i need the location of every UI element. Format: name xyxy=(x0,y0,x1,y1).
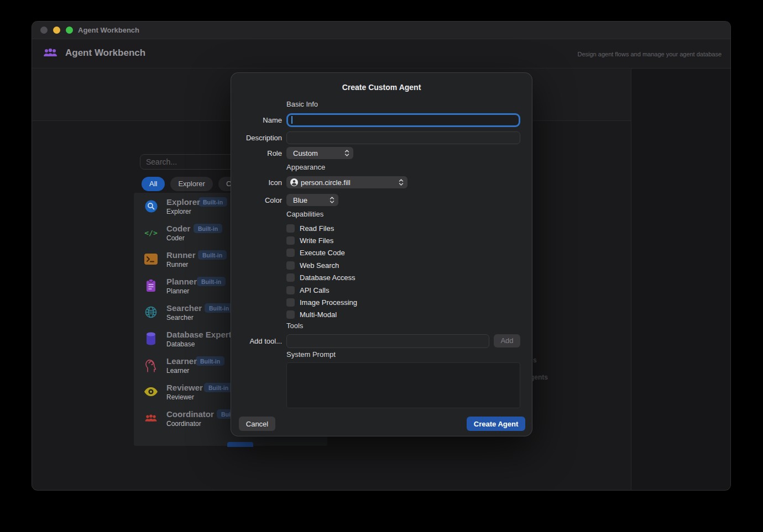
capability-row: Database Access xyxy=(286,272,357,284)
checkbox-execute-code[interactable] xyxy=(286,249,295,257)
app-header: Agent Workbench Design agent flows and m… xyxy=(32,39,730,69)
built-in-badge: Built-in xyxy=(205,303,233,313)
add-tool-input[interactable] xyxy=(286,334,489,348)
description-label: Description xyxy=(231,134,282,142)
people-group-icon xyxy=(144,411,158,425)
section-tools: Tools xyxy=(286,322,303,330)
code-brackets-icon: </> xyxy=(144,225,158,240)
checkbox-image-processing[interactable] xyxy=(286,298,295,307)
built-in-badge: Built-in xyxy=(194,224,222,233)
agent-subtitle: Runner xyxy=(166,261,188,268)
system-prompt-textarea[interactable] xyxy=(286,362,520,408)
name-label: Name xyxy=(231,116,282,124)
section-system-prompt: System Prompt xyxy=(286,350,336,359)
chevron-up-down-icon xyxy=(399,178,404,186)
head-profile-icon xyxy=(144,358,158,372)
titlebar: Agent Workbench xyxy=(32,22,730,39)
app-subtitle: Design agent flows and manage your agent… xyxy=(577,51,722,57)
create-agent-button-sliver[interactable] xyxy=(227,442,253,447)
description-input[interactable] xyxy=(286,131,520,144)
titlebar-title: Agent Workbench xyxy=(78,26,139,34)
database-cylinder-icon xyxy=(144,331,158,346)
chevron-up-down-icon xyxy=(330,196,335,204)
capability-row: Web Search xyxy=(286,259,357,271)
agent-name: Reviewer xyxy=(166,383,203,392)
agent-name: Learner xyxy=(166,356,197,366)
minimize-button[interactable] xyxy=(53,27,60,34)
checkbox-database-access[interactable] xyxy=(286,273,295,282)
checkbox-web-search[interactable] xyxy=(286,261,295,270)
agent-name: Explorer xyxy=(166,197,200,207)
checkbox-read-files[interactable] xyxy=(286,224,295,233)
cancel-button[interactable]: Cancel xyxy=(239,417,275,431)
close-button[interactable] xyxy=(40,27,48,34)
agent-name: Planner xyxy=(166,277,197,286)
checkbox-write-files[interactable] xyxy=(286,236,295,245)
agent-name: Searcher xyxy=(166,303,202,313)
agent-name: Coordinator xyxy=(166,409,214,419)
canvas-text-fragment: s xyxy=(533,356,537,364)
capability-row: Multi-Modal xyxy=(286,309,357,321)
icon-select[interactable]: person.circle.fill xyxy=(286,176,407,188)
role-select[interactable]: Custom xyxy=(286,147,353,159)
agent-subtitle: Searcher xyxy=(166,314,194,322)
chevron-up-down-icon xyxy=(344,149,349,157)
agent-name: Database Expert xyxy=(166,330,232,339)
built-in-badge: Built-in xyxy=(204,383,233,392)
agent-name: Coder xyxy=(166,224,190,233)
person-circle-icon xyxy=(290,178,298,186)
built-in-badge: Built-in xyxy=(198,197,227,207)
agent-subtitle: Learner xyxy=(166,367,189,375)
section-appearance: Appearance xyxy=(286,163,325,171)
create-custom-agent-dialog: Create Custom Agent Basic Info Name Desc… xyxy=(231,72,532,436)
clipboard-icon xyxy=(144,278,158,293)
agent-subtitle: Planner xyxy=(166,287,189,295)
name-input[interactable] xyxy=(286,113,520,127)
dialog-title: Create Custom Agent xyxy=(231,83,532,92)
create-agent-button[interactable]: Create Agent xyxy=(467,417,525,431)
people-group-icon xyxy=(42,48,59,61)
agent-subtitle: Explorer xyxy=(166,208,191,215)
agent-subtitle: Coder xyxy=(166,234,185,242)
filter-chip-explorer[interactable]: Explorer xyxy=(170,177,212,191)
capability-row: Read Files xyxy=(286,222,357,234)
add-tool-button[interactable]: Add xyxy=(494,334,520,347)
magnifier-circle-icon xyxy=(144,199,158,213)
checkbox-api-calls[interactable] xyxy=(286,286,295,294)
capability-row: Write Files xyxy=(286,234,357,246)
eye-icon xyxy=(144,384,158,399)
role-label: Role xyxy=(231,149,282,157)
filter-chip-all[interactable]: All xyxy=(142,177,165,191)
capability-row: API Calls xyxy=(286,284,357,296)
built-in-badge: Built-in xyxy=(198,250,227,260)
globe-icon xyxy=(144,305,158,319)
capabilities-list: Read Files Write Files Execute Code Web … xyxy=(286,222,357,321)
app-title: Agent Workbench xyxy=(65,48,145,59)
color-label: Color xyxy=(231,196,282,204)
checkbox-multi-modal[interactable] xyxy=(286,310,295,319)
capability-row: Image Processing xyxy=(286,296,357,308)
canvas-text-fragment: gents xyxy=(530,373,548,381)
icon-label: Icon xyxy=(231,178,282,187)
agent-name: Runner xyxy=(166,250,196,260)
zoom-button[interactable] xyxy=(66,27,73,34)
text-caret xyxy=(291,116,292,124)
section-basic-info: Basic Info xyxy=(286,100,318,108)
built-in-badge: Built-in xyxy=(197,277,226,286)
inspector-panel xyxy=(631,69,731,491)
agent-subtitle: Database xyxy=(166,340,195,348)
color-select[interactable]: Blue xyxy=(286,194,338,206)
agent-subtitle: Coordinator xyxy=(166,420,201,428)
capability-row: Execute Code xyxy=(286,247,357,259)
agent-subtitle: Reviewer xyxy=(166,393,194,401)
section-capabilities: Capabilities xyxy=(286,210,323,218)
add-tool-label: Add tool... xyxy=(231,337,282,345)
terminal-icon xyxy=(144,252,158,266)
built-in-badge: Built-in xyxy=(196,356,224,366)
